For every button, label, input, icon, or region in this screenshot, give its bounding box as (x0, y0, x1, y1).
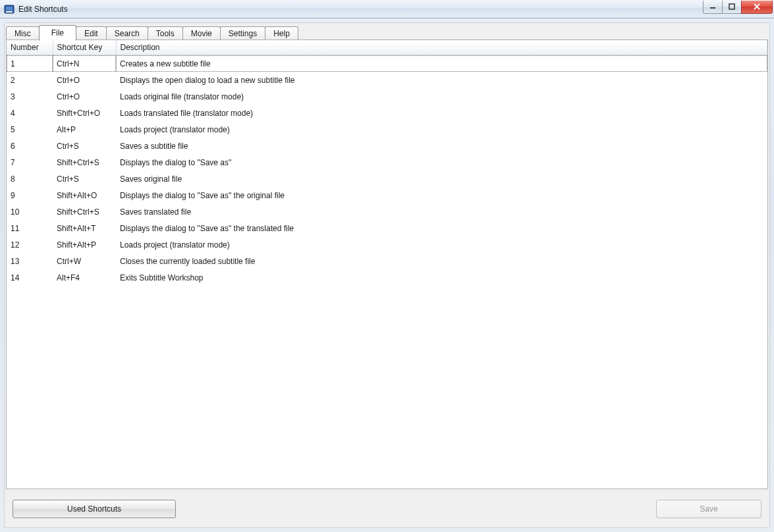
cell-description: Saves a subtitle file (116, 138, 767, 154)
cell-number: 10 (7, 203, 53, 220)
cell-shortcut-key: Ctrl+O (53, 72, 116, 88)
col-header-number[interactable]: Number (7, 40, 53, 55)
cell-shortcut-key: Shift+Ctrl+S (53, 203, 116, 220)
table-row[interactable]: 10Shift+Ctrl+SSaves translated file (7, 203, 767, 220)
cell-shortcut-key: Shift+Alt+T (53, 220, 116, 236)
tab-label: Settings (229, 29, 257, 38)
cell-description: Loads project (translator mode) (116, 121, 767, 138)
tab-label: Tools (156, 29, 175, 38)
cell-shortcut-key: Ctrl+N (53, 55, 116, 72)
tab-edit[interactable]: Edit (76, 26, 107, 40)
tab-label: File (51, 28, 64, 38)
tab-label: Movie (191, 29, 212, 38)
cell-number: 13 (7, 253, 53, 269)
table-row[interactable]: 3Ctrl+OLoads original file (translator m… (7, 88, 767, 105)
cell-description: Loads project (translator mode) (116, 236, 767, 253)
cell-number: 1 (7, 55, 53, 72)
cell-description: Creates a new subtitle file (116, 55, 767, 72)
tab-label: Edit (84, 29, 98, 38)
svg-rect-2 (6, 11, 13, 13)
tab-tools[interactable]: Tools (148, 26, 183, 40)
table-row[interactable]: 9Shift+Alt+ODisplays the dialog to "Save… (7, 187, 767, 203)
cell-number: 12 (7, 236, 53, 253)
table-row[interactable]: 13Ctrl+WCloses the currently loaded subt… (7, 253, 767, 269)
window-title: Edit Shortcuts (18, 5, 704, 14)
cell-number: 9 (7, 187, 53, 203)
tab-label: Help (273, 29, 290, 38)
shortcuts-table[interactable]: Number Shortcut Key Description 1Ctrl+NC… (7, 40, 767, 286)
cell-description: Closes the currently loaded subtitle fil… (116, 253, 767, 269)
cell-description: Displays the dialog to "Save as" the ori… (116, 187, 767, 203)
tab-label: Misc (14, 29, 31, 38)
close-icon (753, 3, 761, 10)
cell-number: 8 (7, 171, 53, 187)
cell-number: 11 (7, 220, 53, 236)
titlebar: Edit Shortcuts (0, 0, 774, 18)
tab-help[interactable]: Help (265, 26, 298, 40)
cell-description: Exits Subtitle Workshop (116, 269, 767, 286)
tab-settings[interactable]: Settings (220, 26, 265, 40)
main-panel: MiscFileEditSearchToolsMovieSettingsHelp… (4, 22, 770, 528)
cell-number: 2 (7, 72, 53, 88)
cell-shortcut-key: Shift+Ctrl+O (53, 105, 116, 121)
cell-shortcut-key: Ctrl+W (53, 253, 116, 269)
col-header-desc[interactable]: Description (116, 40, 767, 55)
window-controls (704, 1, 774, 14)
table-row[interactable]: 1Ctrl+NCreates a new subtitle file (7, 55, 767, 72)
cell-number: 6 (7, 138, 53, 154)
save-label: Save (700, 504, 717, 514)
tab-misc[interactable]: Misc (6, 26, 40, 40)
table-row[interactable]: 4Shift+Ctrl+OLoads translated file (tran… (7, 105, 767, 121)
maximize-icon (729, 3, 735, 10)
cell-shortcut-key: Ctrl+S (53, 171, 116, 187)
cell-number: 3 (7, 88, 53, 105)
table-row[interactable]: 6Ctrl+SSaves a subtitle file (7, 138, 767, 154)
cell-number: 4 (7, 105, 53, 121)
save-button[interactable]: Save (656, 500, 761, 518)
tab-search[interactable]: Search (106, 26, 148, 40)
used-shortcuts-label: Used Shortcuts (67, 504, 121, 514)
bottom-bar: Used Shortcuts Save (5, 491, 769, 527)
table-row[interactable]: 8Ctrl+SSaves original file (7, 171, 767, 187)
cell-shortcut-key: Ctrl+S (53, 138, 116, 154)
maximize-button[interactable] (722, 1, 742, 14)
cell-description: Loads translated file (translator mode) (116, 105, 767, 121)
svg-rect-3 (710, 7, 715, 9)
minimize-icon (709, 3, 716, 10)
svg-rect-4 (729, 4, 734, 9)
minimize-button[interactable] (703, 1, 723, 14)
cell-description: Displays the open dialog to load a new s… (116, 72, 767, 88)
tab-file[interactable]: File (39, 25, 76, 41)
content-outer: MiscFileEditSearchToolsMovieSettingsHelp… (0, 18, 774, 532)
table-row[interactable]: 7Shift+Ctrl+SDisplays the dialog to "Sav… (7, 154, 767, 171)
cell-description: Loads original file (translator mode) (116, 88, 767, 105)
svg-rect-1 (6, 7, 13, 11)
cell-shortcut-key: Ctrl+O (53, 88, 116, 105)
cell-shortcut-key: Alt+P (53, 121, 116, 138)
shortcuts-table-wrap: Number Shortcut Key Description 1Ctrl+NC… (6, 40, 768, 489)
table-row[interactable]: 14Alt+F4Exits Subtitle Workshop (7, 269, 767, 286)
cell-description: Displays the dialog to "Save as" the tra… (116, 220, 767, 236)
cell-number: 5 (7, 121, 53, 138)
tabs-bar: MiscFileEditSearchToolsMovieSettingsHelp (5, 23, 769, 40)
table-row[interactable]: 5Alt+PLoads project (translator mode) (7, 121, 767, 138)
cell-number: 7 (7, 154, 53, 171)
table-row[interactable]: 12Shift+Alt+PLoads project (translator m… (7, 236, 767, 253)
cell-shortcut-key: Shift+Ctrl+S (53, 154, 116, 171)
cell-description: Saves original file (116, 171, 767, 187)
cell-shortcut-key: Alt+F4 (53, 269, 116, 286)
tab-movie[interactable]: Movie (182, 26, 221, 40)
cell-description: Saves translated file (116, 203, 767, 220)
cell-shortcut-key: Shift+Alt+P (53, 236, 116, 253)
table-row[interactable]: 2Ctrl+ODisplays the open dialog to load … (7, 72, 767, 88)
used-shortcuts-button[interactable]: Used Shortcuts (13, 500, 176, 518)
cell-description: Displays the dialog to "Save as" (116, 154, 767, 171)
close-button[interactable] (741, 1, 773, 14)
col-header-key[interactable]: Shortcut Key (53, 40, 116, 55)
table-header-row: Number Shortcut Key Description (7, 40, 767, 55)
cell-number: 14 (7, 269, 53, 286)
table-row[interactable]: 11Shift+Alt+TDisplays the dialog to "Sav… (7, 220, 767, 236)
app-icon (4, 4, 14, 14)
cell-shortcut-key: Shift+Alt+O (53, 187, 116, 203)
tab-label: Search (115, 29, 140, 38)
